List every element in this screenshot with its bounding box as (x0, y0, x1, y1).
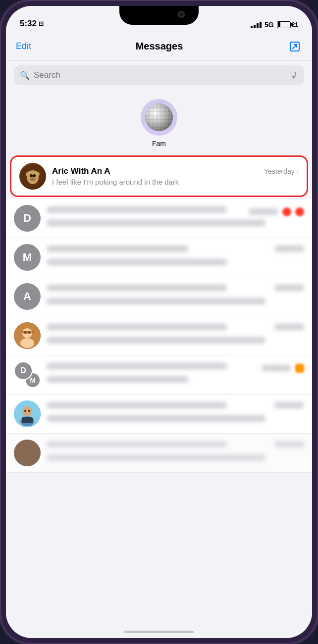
blurred-content-a (47, 285, 304, 308)
blurred-content-m (47, 246, 304, 269)
avatar-aric (19, 163, 46, 190)
avatar-person2-svg (14, 400, 41, 427)
blur-name-group (47, 363, 227, 369)
battery-level: 21 (292, 21, 298, 28)
blur-time-photo1 (274, 324, 304, 330)
search-bar[interactable]: 🔍 🎙 (14, 65, 304, 85)
avatar-group-d-letter: D (14, 361, 33, 380)
signal-bar-4 (260, 22, 262, 28)
notch (119, 6, 199, 25)
conversation-item-d[interactable]: D (6, 199, 312, 238)
blur-time-m (274, 246, 304, 252)
blur-time-d (249, 208, 278, 215)
group-section: Fam (6, 92, 312, 155)
svg-point-7 (30, 177, 36, 181)
svg-point-10 (20, 338, 34, 348)
avatar-d: D (14, 205, 41, 232)
blur-name-photo1 (47, 324, 227, 330)
phone-screen: 5:32 ⊡ 5G 21 Edi (6, 6, 312, 638)
blur-time-a (274, 285, 304, 291)
conversation-item-photo2[interactable] (6, 395, 312, 434)
blurred-content-photo2 (47, 402, 304, 426)
blur-name-photo2 (47, 402, 227, 408)
conversation-name-aric: Aric With An A (52, 166, 110, 176)
blur-badge-d2 (295, 207, 304, 216)
svg-rect-22 (22, 417, 33, 423)
svg-line-15 (21, 332, 23, 332)
conversation-item-group-dm[interactable]: D M (6, 355, 312, 395)
svg-point-20 (24, 410, 26, 412)
blur-time-partial (274, 441, 304, 447)
compose-icon (289, 41, 301, 52)
conversation-item-photo1[interactable] (6, 316, 312, 355)
conversation-item-m[interactable]: M (6, 238, 312, 277)
blur-header-photo1 (47, 324, 304, 334)
avatar-aric-image (19, 163, 46, 190)
blur-preview-a (47, 298, 265, 304)
battery-container: 21 (277, 21, 298, 28)
blur-name-a (47, 285, 227, 291)
avatar-aric-svg (21, 164, 45, 188)
content-area: 🔍 🎙 Fam (6, 60, 312, 638)
signal-bars (251, 21, 262, 28)
blur-header-d (47, 206, 304, 217)
avatar-m: M (14, 244, 41, 271)
blurred-content-partial (47, 441, 304, 465)
blur-header-m (47, 246, 304, 256)
avatar-group-dm: D M (14, 361, 41, 388)
compose-button[interactable] (287, 39, 302, 54)
edit-button[interactable]: Edit (16, 41, 31, 51)
home-indicator (124, 631, 194, 633)
nav-bar: Edit Messages (6, 33, 312, 60)
chevron-right-icon: › (296, 167, 299, 176)
blur-time-group (262, 365, 291, 371)
conversation-item-aric[interactable]: Aric With An A Yesterday › I feel like I… (10, 155, 308, 197)
page-title: Messages (136, 41, 183, 52)
conversation-preview-aric: I feel like I'm poking around in the dar… (52, 178, 179, 186)
blur-name-m (47, 246, 188, 252)
conversation-content-aric: Aric With An A Yesterday › I feel like I… (52, 166, 299, 187)
conversation-time-wrapper: Yesterday › (264, 167, 299, 176)
blur-time-photo2 (274, 402, 304, 408)
avatar-photo-2 (14, 400, 41, 427)
blur-header-photo2 (47, 402, 304, 412)
signal-bar-1 (251, 26, 253, 28)
blur-name-d (47, 206, 227, 213)
blurred-content-d (47, 206, 304, 230)
group-name: Fam (152, 140, 166, 148)
blur-header-partial (47, 441, 304, 451)
search-input[interactable] (34, 70, 285, 80)
group-avatar[interactable] (141, 99, 177, 136)
blur-badge-group (295, 364, 304, 373)
battery-icon (277, 21, 291, 28)
svg-line-16 (31, 332, 34, 332)
blurred-content-group (47, 363, 304, 387)
blur-header-group (47, 363, 304, 373)
svg-point-6 (33, 174, 36, 177)
microphone-icon[interactable]: 🎙 (289, 70, 298, 81)
blur-preview-m (47, 259, 227, 265)
status-time: 5:32 ⊡ (20, 19, 44, 29)
blur-badge-d (282, 207, 291, 216)
svg-point-5 (30, 174, 33, 177)
svg-rect-13 (23, 331, 27, 334)
conversation-item-a[interactable]: A (6, 277, 312, 316)
status-icons: 5G 21 (251, 21, 298, 29)
avatar-partial (14, 440, 41, 466)
conversation-header-aric: Aric With An A Yesterday › (52, 166, 299, 176)
search-icon: 🔍 (20, 71, 30, 80)
camera-dot (178, 11, 185, 18)
blur-name-partial (47, 441, 227, 447)
blur-header-a (47, 285, 304, 295)
avatar-a: A (14, 283, 41, 310)
network-type: 5G (265, 21, 274, 29)
blur-preview-partial (47, 454, 265, 461)
svg-point-18 (22, 406, 32, 416)
disco-ball-icon (145, 103, 173, 131)
conversation-time-aric: Yesterday (264, 167, 295, 175)
avatar-photo-1 (14, 322, 41, 349)
conversation-item-partial[interactable] (6, 434, 312, 473)
lock-icon: ⊡ (39, 20, 44, 27)
phone-frame: 5:32 ⊡ 5G 21 Edi (0, 0, 318, 644)
blur-preview-d (47, 220, 265, 226)
